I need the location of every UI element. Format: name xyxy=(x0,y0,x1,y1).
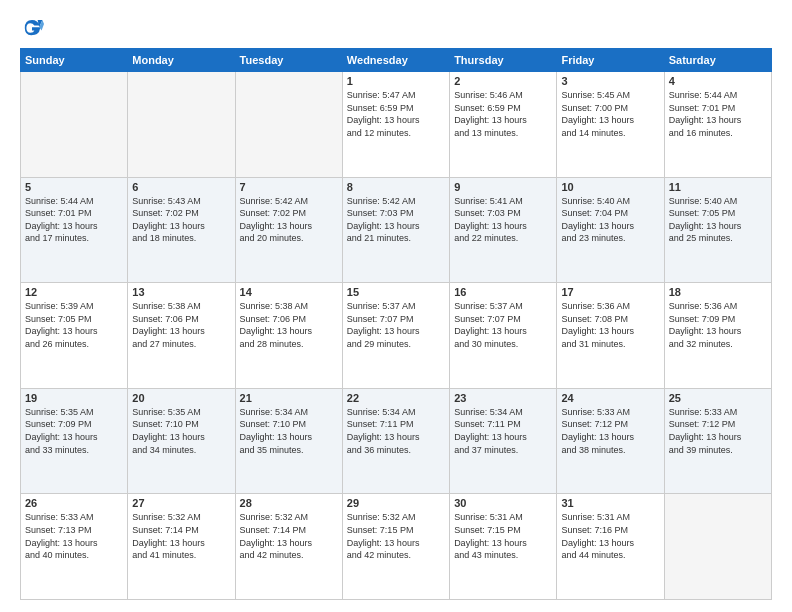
day-number: 2 xyxy=(454,75,552,87)
day-info: Sunrise: 5:40 AM Sunset: 7:05 PM Dayligh… xyxy=(669,195,767,245)
calendar-week-5: 26Sunrise: 5:33 AM Sunset: 7:13 PM Dayli… xyxy=(21,494,772,600)
calendar-cell: 5Sunrise: 5:44 AM Sunset: 7:01 PM Daylig… xyxy=(21,177,128,283)
logo xyxy=(20,16,48,40)
day-number: 25 xyxy=(669,392,767,404)
calendar-cell: 6Sunrise: 5:43 AM Sunset: 7:02 PM Daylig… xyxy=(128,177,235,283)
day-number: 20 xyxy=(132,392,230,404)
calendar-week-4: 19Sunrise: 5:35 AM Sunset: 7:09 PM Dayli… xyxy=(21,388,772,494)
day-number: 7 xyxy=(240,181,338,193)
calendar-cell: 15Sunrise: 5:37 AM Sunset: 7:07 PM Dayli… xyxy=(342,283,449,389)
day-number: 21 xyxy=(240,392,338,404)
calendar-cell: 30Sunrise: 5:31 AM Sunset: 7:15 PM Dayli… xyxy=(450,494,557,600)
day-number: 18 xyxy=(669,286,767,298)
day-info: Sunrise: 5:42 AM Sunset: 7:02 PM Dayligh… xyxy=(240,195,338,245)
day-info: Sunrise: 5:44 AM Sunset: 7:01 PM Dayligh… xyxy=(669,89,767,139)
day-number: 4 xyxy=(669,75,767,87)
header xyxy=(20,16,772,40)
calendar-header-friday: Friday xyxy=(557,49,664,72)
day-info: Sunrise: 5:46 AM Sunset: 6:59 PM Dayligh… xyxy=(454,89,552,139)
day-number: 28 xyxy=(240,497,338,509)
day-number: 24 xyxy=(561,392,659,404)
calendar-week-2: 5Sunrise: 5:44 AM Sunset: 7:01 PM Daylig… xyxy=(21,177,772,283)
calendar-cell: 22Sunrise: 5:34 AM Sunset: 7:11 PM Dayli… xyxy=(342,388,449,494)
day-info: Sunrise: 5:33 AM Sunset: 7:13 PM Dayligh… xyxy=(25,511,123,561)
day-info: Sunrise: 5:35 AM Sunset: 7:10 PM Dayligh… xyxy=(132,406,230,456)
day-number: 6 xyxy=(132,181,230,193)
calendar-header-row: SundayMondayTuesdayWednesdayThursdayFrid… xyxy=(21,49,772,72)
calendar-cell: 8Sunrise: 5:42 AM Sunset: 7:03 PM Daylig… xyxy=(342,177,449,283)
calendar-cell: 21Sunrise: 5:34 AM Sunset: 7:10 PM Dayli… xyxy=(235,388,342,494)
day-info: Sunrise: 5:47 AM Sunset: 6:59 PM Dayligh… xyxy=(347,89,445,139)
day-number: 26 xyxy=(25,497,123,509)
day-info: Sunrise: 5:42 AM Sunset: 7:03 PM Dayligh… xyxy=(347,195,445,245)
calendar-cell: 19Sunrise: 5:35 AM Sunset: 7:09 PM Dayli… xyxy=(21,388,128,494)
day-info: Sunrise: 5:36 AM Sunset: 7:08 PM Dayligh… xyxy=(561,300,659,350)
day-number: 11 xyxy=(669,181,767,193)
calendar-header-wednesday: Wednesday xyxy=(342,49,449,72)
day-number: 22 xyxy=(347,392,445,404)
day-info: Sunrise: 5:31 AM Sunset: 7:16 PM Dayligh… xyxy=(561,511,659,561)
calendar-cell: 18Sunrise: 5:36 AM Sunset: 7:09 PM Dayli… xyxy=(664,283,771,389)
day-info: Sunrise: 5:34 AM Sunset: 7:11 PM Dayligh… xyxy=(347,406,445,456)
calendar-cell: 27Sunrise: 5:32 AM Sunset: 7:14 PM Dayli… xyxy=(128,494,235,600)
day-info: Sunrise: 5:37 AM Sunset: 7:07 PM Dayligh… xyxy=(347,300,445,350)
day-number: 13 xyxy=(132,286,230,298)
day-number: 29 xyxy=(347,497,445,509)
day-info: Sunrise: 5:38 AM Sunset: 7:06 PM Dayligh… xyxy=(240,300,338,350)
calendar-cell: 16Sunrise: 5:37 AM Sunset: 7:07 PM Dayli… xyxy=(450,283,557,389)
calendar-cell: 24Sunrise: 5:33 AM Sunset: 7:12 PM Dayli… xyxy=(557,388,664,494)
day-info: Sunrise: 5:44 AM Sunset: 7:01 PM Dayligh… xyxy=(25,195,123,245)
calendar-cell xyxy=(664,494,771,600)
day-number: 9 xyxy=(454,181,552,193)
day-info: Sunrise: 5:32 AM Sunset: 7:14 PM Dayligh… xyxy=(132,511,230,561)
day-number: 30 xyxy=(454,497,552,509)
day-number: 14 xyxy=(240,286,338,298)
calendar-week-1: 1Sunrise: 5:47 AM Sunset: 6:59 PM Daylig… xyxy=(21,72,772,178)
calendar-cell: 23Sunrise: 5:34 AM Sunset: 7:11 PM Dayli… xyxy=(450,388,557,494)
calendar-cell: 20Sunrise: 5:35 AM Sunset: 7:10 PM Dayli… xyxy=(128,388,235,494)
day-number: 8 xyxy=(347,181,445,193)
calendar-cell: 14Sunrise: 5:38 AM Sunset: 7:06 PM Dayli… xyxy=(235,283,342,389)
day-info: Sunrise: 5:34 AM Sunset: 7:11 PM Dayligh… xyxy=(454,406,552,456)
calendar-header-sunday: Sunday xyxy=(21,49,128,72)
day-info: Sunrise: 5:37 AM Sunset: 7:07 PM Dayligh… xyxy=(454,300,552,350)
day-info: Sunrise: 5:31 AM Sunset: 7:15 PM Dayligh… xyxy=(454,511,552,561)
day-number: 12 xyxy=(25,286,123,298)
calendar-cell: 25Sunrise: 5:33 AM Sunset: 7:12 PM Dayli… xyxy=(664,388,771,494)
day-info: Sunrise: 5:35 AM Sunset: 7:09 PM Dayligh… xyxy=(25,406,123,456)
day-info: Sunrise: 5:43 AM Sunset: 7:02 PM Dayligh… xyxy=(132,195,230,245)
day-number: 3 xyxy=(561,75,659,87)
day-info: Sunrise: 5:36 AM Sunset: 7:09 PM Dayligh… xyxy=(669,300,767,350)
calendar-cell: 12Sunrise: 5:39 AM Sunset: 7:05 PM Dayli… xyxy=(21,283,128,389)
day-info: Sunrise: 5:33 AM Sunset: 7:12 PM Dayligh… xyxy=(669,406,767,456)
calendar-header-thursday: Thursday xyxy=(450,49,557,72)
day-number: 17 xyxy=(561,286,659,298)
day-info: Sunrise: 5:41 AM Sunset: 7:03 PM Dayligh… xyxy=(454,195,552,245)
day-number: 16 xyxy=(454,286,552,298)
calendar-cell: 2Sunrise: 5:46 AM Sunset: 6:59 PM Daylig… xyxy=(450,72,557,178)
day-number: 31 xyxy=(561,497,659,509)
calendar-week-3: 12Sunrise: 5:39 AM Sunset: 7:05 PM Dayli… xyxy=(21,283,772,389)
calendar-cell: 26Sunrise: 5:33 AM Sunset: 7:13 PM Dayli… xyxy=(21,494,128,600)
day-info: Sunrise: 5:38 AM Sunset: 7:06 PM Dayligh… xyxy=(132,300,230,350)
logo-icon xyxy=(20,16,44,40)
calendar-cell: 3Sunrise: 5:45 AM Sunset: 7:00 PM Daylig… xyxy=(557,72,664,178)
day-number: 1 xyxy=(347,75,445,87)
day-info: Sunrise: 5:33 AM Sunset: 7:12 PM Dayligh… xyxy=(561,406,659,456)
calendar-cell: 10Sunrise: 5:40 AM Sunset: 7:04 PM Dayli… xyxy=(557,177,664,283)
day-number: 27 xyxy=(132,497,230,509)
calendar: SundayMondayTuesdayWednesdayThursdayFrid… xyxy=(20,48,772,600)
calendar-cell: 13Sunrise: 5:38 AM Sunset: 7:06 PM Dayli… xyxy=(128,283,235,389)
day-number: 19 xyxy=(25,392,123,404)
calendar-cell: 28Sunrise: 5:32 AM Sunset: 7:14 PM Dayli… xyxy=(235,494,342,600)
day-info: Sunrise: 5:32 AM Sunset: 7:15 PM Dayligh… xyxy=(347,511,445,561)
calendar-cell: 9Sunrise: 5:41 AM Sunset: 7:03 PM Daylig… xyxy=(450,177,557,283)
day-info: Sunrise: 5:40 AM Sunset: 7:04 PM Dayligh… xyxy=(561,195,659,245)
day-info: Sunrise: 5:39 AM Sunset: 7:05 PM Dayligh… xyxy=(25,300,123,350)
day-number: 5 xyxy=(25,181,123,193)
day-number: 15 xyxy=(347,286,445,298)
calendar-cell: 4Sunrise: 5:44 AM Sunset: 7:01 PM Daylig… xyxy=(664,72,771,178)
calendar-cell xyxy=(21,72,128,178)
calendar-cell: 29Sunrise: 5:32 AM Sunset: 7:15 PM Dayli… xyxy=(342,494,449,600)
day-number: 10 xyxy=(561,181,659,193)
